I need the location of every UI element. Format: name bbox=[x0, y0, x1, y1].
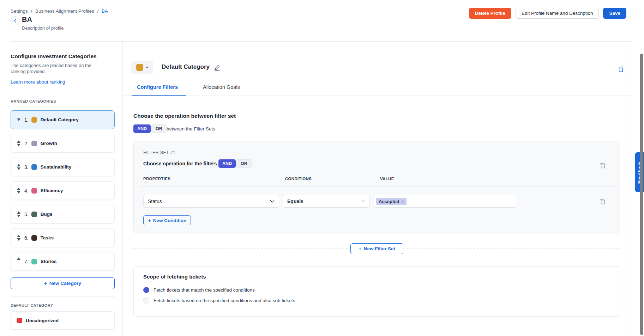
category-color-swatch bbox=[31, 188, 37, 194]
category-label: Default Category bbox=[41, 117, 79, 122]
columns-divider bbox=[140, 186, 615, 187]
move-down-icon[interactable] bbox=[17, 118, 21, 121]
chevron-down-icon bbox=[361, 198, 365, 204]
category-item-uncategorized[interactable]: Uncategorized bbox=[11, 311, 115, 330]
delete-filter-set-trash-icon[interactable] bbox=[600, 162, 606, 169]
new-filter-set-button[interactable]: + New Filter Set bbox=[350, 243, 403, 254]
move-up-down-icon[interactable] bbox=[17, 164, 21, 170]
sidebar-title: Configure Investment Categories bbox=[11, 53, 115, 60]
category-label: Efficiency bbox=[41, 188, 63, 193]
category-rank: 6. bbox=[24, 235, 29, 241]
filter-set-title: FILTER SET #1 bbox=[143, 150, 175, 155]
edit-pencil-icon[interactable] bbox=[213, 64, 221, 73]
sidebar: Configure Investment Categories The cate… bbox=[11, 47, 115, 330]
radio-unselected-icon[interactable] bbox=[143, 298, 149, 304]
tab-allocation-goals[interactable]: Allocation Goals bbox=[203, 84, 240, 90]
scope-option-match-conditions[interactable]: Fetch tickets that match the specified c… bbox=[143, 287, 255, 293]
category-item-efficiency[interactable]: 4. Efficiency bbox=[11, 181, 115, 200]
category-rank: 4. bbox=[24, 188, 29, 194]
category-label: Stories bbox=[41, 259, 57, 264]
breadcrumb-separator: / bbox=[31, 8, 32, 14]
filter-operation-label: Choose operation for the filters bbox=[143, 161, 217, 166]
category-color-swatch bbox=[31, 117, 37, 123]
radio-selected-icon[interactable] bbox=[143, 287, 149, 293]
and-toggle-button[interactable]: AND bbox=[133, 124, 151, 133]
category-item-stories[interactable]: 7. Stories bbox=[11, 252, 115, 271]
category-title: Default Category bbox=[162, 63, 210, 71]
breadcrumb: Settings / Business Alignment Profiles /… bbox=[11, 8, 108, 14]
page-description: Description of profile bbox=[22, 25, 64, 31]
category-color-swatch bbox=[17, 318, 22, 323]
page-title: BA bbox=[22, 16, 32, 24]
delete-condition-trash-icon[interactable] bbox=[600, 198, 606, 205]
remove-value-icon[interactable]: × bbox=[402, 199, 404, 204]
category-rank: 3. bbox=[24, 164, 29, 170]
edit-profile-button[interactable]: Edit Profile Name and Description bbox=[516, 8, 599, 19]
sidebar-divider bbox=[11, 296, 115, 297]
category-item-default-category[interactable]: 1. Default Category bbox=[11, 110, 115, 129]
ranked-categories-label: RANKED CATEGORIES bbox=[11, 99, 115, 103]
move-up-down-icon[interactable] bbox=[17, 140, 21, 146]
move-up-down-icon[interactable] bbox=[17, 211, 21, 217]
vertical-scrollbar[interactable] bbox=[640, 54, 643, 335]
filter-set-card: FILTER SET #1 Choose operation for the f… bbox=[133, 141, 620, 233]
plus-icon: + bbox=[44, 281, 47, 286]
header-actions: Delete Profile Edit Profile Name and Des… bbox=[469, 8, 626, 19]
move-up-icon[interactable] bbox=[17, 257, 21, 260]
category-rank: 2. bbox=[24, 141, 29, 146]
back-button[interactable] bbox=[11, 16, 20, 25]
learn-more-link[interactable]: Learn more about ranking bbox=[11, 79, 65, 85]
condition-select[interactable]: Equals bbox=[283, 195, 370, 208]
sidebar-main-divider bbox=[122, 42, 123, 336]
category-color-swatch bbox=[31, 141, 37, 146]
category-item-tasks[interactable]: 6. Tasks bbox=[11, 228, 115, 247]
chevron-down-icon bbox=[270, 198, 275, 204]
category-label: Uncategorized bbox=[26, 318, 59, 323]
move-up-down-icon[interactable] bbox=[17, 235, 21, 241]
column-header-value: VALUE bbox=[380, 177, 394, 181]
category-item-bugs[interactable]: 5. Bugs bbox=[11, 205, 115, 224]
filters-operator-toggle: AND OR bbox=[218, 159, 252, 168]
chevron-down-icon bbox=[146, 67, 149, 68]
move-up-down-icon[interactable] bbox=[17, 188, 21, 194]
column-header-properties: PROPERTIES bbox=[143, 177, 170, 181]
category-list: 1. Default Category 2. Growth 3. Sustain… bbox=[11, 110, 115, 271]
content-right-border bbox=[632, 42, 632, 336]
header-divider bbox=[11, 41, 632, 42]
scope-option-include-sub-tickets[interactable]: Fetch tickets based on the specified con… bbox=[143, 298, 295, 304]
category-rank: 5. bbox=[24, 212, 29, 217]
property-select[interactable]: Status bbox=[143, 195, 279, 208]
delete-category-trash-icon[interactable] bbox=[618, 66, 624, 73]
category-rank: 1. bbox=[24, 117, 29, 123]
new-condition-button[interactable]: + New Condition bbox=[143, 215, 191, 225]
save-button[interactable]: Save bbox=[603, 8, 626, 19]
category-label: Growth bbox=[41, 141, 57, 146]
category-color-swatch bbox=[31, 164, 37, 170]
and-toggle-button[interactable]: AND bbox=[218, 159, 236, 168]
or-toggle-button[interactable]: OR bbox=[236, 159, 252, 168]
category-label: Tasks bbox=[41, 235, 54, 240]
scope-heading: Scope of fetching tickets bbox=[143, 274, 206, 280]
breadcrumb-settings[interactable]: Settings bbox=[11, 8, 28, 14]
new-category-button[interactable]: + New Category bbox=[11, 277, 115, 289]
value-input[interactable]: Accepted × bbox=[374, 195, 516, 208]
default-category-label: DEFAULT CATEGORY bbox=[11, 303, 115, 307]
column-header-conditions: CONDITIONS bbox=[285, 177, 312, 181]
tabs-bottom-border bbox=[122, 96, 632, 96]
category-item-growth[interactable]: 2. Growth bbox=[11, 134, 115, 153]
delete-profile-button[interactable]: Delete Profile bbox=[469, 8, 511, 19]
plus-icon: + bbox=[148, 218, 151, 223]
category-color-swatch bbox=[31, 259, 37, 264]
tab-configure-filters[interactable]: Configure Filters bbox=[137, 84, 178, 90]
or-toggle-button[interactable]: OR bbox=[151, 124, 167, 133]
filter-set-operator-toggle: AND OR bbox=[133, 124, 167, 133]
category-color-picker[interactable] bbox=[131, 61, 153, 74]
category-label: Bugs bbox=[41, 212, 53, 217]
value-chip: Accepted × bbox=[376, 198, 407, 205]
breadcrumb-separator: / bbox=[97, 8, 98, 14]
breadcrumb-business-alignment-profiles[interactable]: Business Alignment Profiles bbox=[35, 8, 94, 14]
category-item-sustainability[interactable]: 3. Sustainability bbox=[11, 158, 115, 176]
category-rank: 7. bbox=[24, 259, 29, 264]
category-color-swatch bbox=[31, 235, 37, 241]
page: Settings / Business Alignment Profiles /… bbox=[0, 0, 644, 336]
